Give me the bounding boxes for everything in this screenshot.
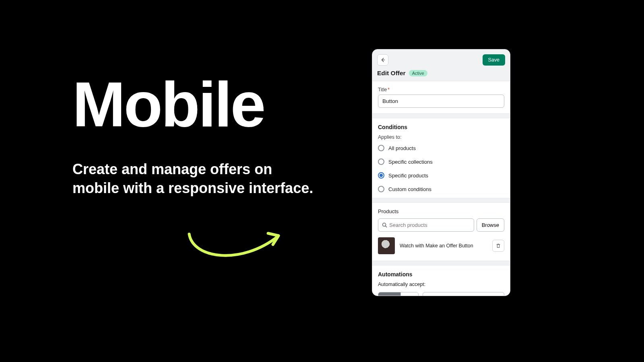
required-asterisk: * [388, 87, 390, 93]
product-thumbnail [378, 237, 395, 254]
radio-custom-conditions[interactable]: Custom conditions [378, 186, 504, 192]
remove-product-button[interactable] [492, 240, 504, 252]
accept-mode-segmented: Fixed Percentage [378, 292, 419, 296]
arrow-illustration [185, 227, 290, 267]
conditions-card: Conditions Applies to: All products Spec… [372, 118, 510, 198]
radio-all-products[interactable]: All products [378, 145, 504, 151]
applies-to-radio-group: All products Specific collections Specif… [378, 145, 504, 192]
automations-card: Automations Automatically accept: Fixed … [372, 265, 510, 296]
mobile-app-frame: Save Edit Offer Active Title* Conditions… [372, 49, 510, 296]
marketing-headline: Mobile [72, 72, 322, 136]
radio-specific-collections[interactable]: Specific collections [378, 158, 504, 165]
radio-icon [378, 158, 384, 165]
product-list-item: Watch with Make an Offer Button [378, 237, 504, 255]
title-label: Title* [378, 87, 504, 93]
title-input[interactable] [378, 95, 504, 108]
radio-icon [378, 186, 384, 192]
back-button[interactable] [377, 54, 388, 66]
mode-percentage-button[interactable]: Percentage [400, 292, 419, 296]
products-card: Products Browse Watch with Make an Offer… [372, 202, 510, 261]
page-title-row: Edit Offer Active [372, 70, 510, 81]
browse-button[interactable]: Browse [477, 218, 504, 232]
search-icon [382, 222, 388, 228]
radio-specific-products[interactable]: Specific products [378, 172, 504, 179]
auto-accept-label: Automatically accept: [378, 282, 504, 287]
marketing-subhead: Create and manage offers on mobile with … [72, 160, 322, 198]
marketing-copy: Mobile Create and manage offers on mobil… [72, 72, 322, 198]
automations-heading: Automations [378, 271, 504, 278]
product-name: Watch with Make an Offer Button [400, 243, 487, 249]
status-badge: Active [409, 70, 427, 76]
save-button[interactable]: Save [483, 54, 506, 66]
currency-symbol: $ [427, 296, 430, 296]
product-search-input[interactable] [388, 219, 471, 231]
accept-amount-field[interactable]: $ [423, 292, 504, 296]
applies-to-label: Applies to: [378, 134, 504, 140]
trash-icon [495, 243, 501, 249]
title-card: Title* [372, 81, 510, 114]
accept-amount-input[interactable] [432, 292, 500, 296]
product-search[interactable] [378, 218, 474, 232]
radio-icon [378, 145, 384, 151]
radio-icon [378, 172, 384, 179]
arrow-left-icon [380, 57, 386, 63]
topbar: Save [372, 49, 510, 70]
conditions-heading: Conditions [378, 124, 504, 130]
page-title: Edit Offer [377, 70, 406, 77]
mode-fixed-button[interactable]: Fixed [378, 292, 400, 296]
products-heading: Products [378, 208, 504, 214]
